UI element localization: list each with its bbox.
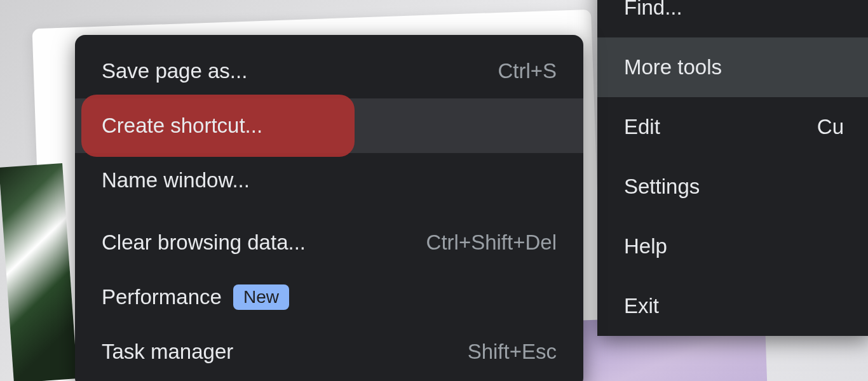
menu-item-save-page-as[interactable]: Save page as... Ctrl+S xyxy=(75,44,583,98)
menu-shortcut: Ctrl+Shift+Del xyxy=(426,231,557,255)
menu-item-task-manager[interactable]: Task manager Shift+Esc xyxy=(75,324,583,379)
menu-item-settings[interactable]: Settings xyxy=(597,157,868,217)
menu-label: Exit xyxy=(624,294,659,318)
menu-spacer xyxy=(75,208,583,215)
menu-label: More tools xyxy=(624,55,722,79)
menu-shortcut: Shift+Esc xyxy=(468,340,557,364)
menu-label: Create shortcut... xyxy=(102,114,262,138)
menu-item-exit[interactable]: Exit xyxy=(597,276,868,336)
menu-item-more-tools[interactable]: More tools xyxy=(597,37,868,97)
menu-item-help[interactable]: Help xyxy=(597,217,868,276)
new-badge: New xyxy=(233,284,289,310)
menu-shortcut: Cu xyxy=(817,115,844,139)
menu-label: Task manager xyxy=(102,340,233,364)
menu-label: Settings xyxy=(624,175,700,199)
more-tools-submenu: Save page as... Ctrl+S Create shortcut..… xyxy=(75,35,583,381)
menu-shortcut: Ctrl+S xyxy=(498,59,557,83)
menu-label: Name window... xyxy=(102,168,250,192)
menu-item-name-window[interactable]: Name window... xyxy=(75,153,583,208)
menu-item-edit[interactable]: Edit Cu xyxy=(597,97,868,157)
menu-item-create-shortcut[interactable]: Create shortcut... xyxy=(75,98,583,153)
menu-label: Clear browsing data... xyxy=(102,231,306,255)
menu-label: Performance xyxy=(102,285,222,309)
menu-item-find[interactable]: Find... xyxy=(597,0,868,37)
menu-label: Find... xyxy=(624,0,682,20)
menu-item-clear-browsing-data[interactable]: Clear browsing data... Ctrl+Shift+Del xyxy=(75,215,583,270)
menu-item-performance[interactable]: Performance New xyxy=(75,270,583,324)
menu-label: Edit xyxy=(624,115,660,139)
menu-label: Help xyxy=(624,234,667,258)
chrome-main-menu: Find... More tools Edit Cu Settings Help… xyxy=(597,0,868,336)
menu-label: Save page as... xyxy=(102,59,247,83)
